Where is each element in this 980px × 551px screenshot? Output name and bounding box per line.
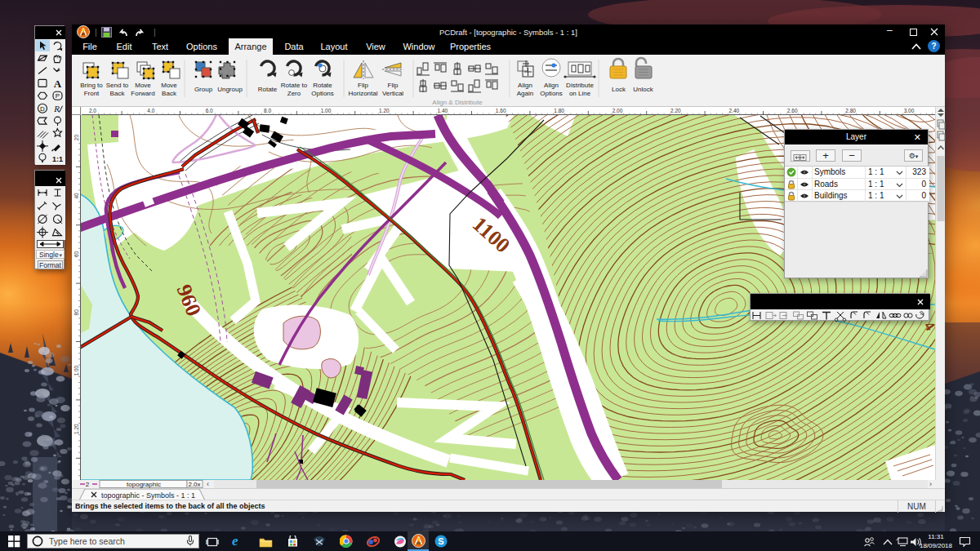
svg-text:A: A (54, 78, 62, 90)
svg-text:D: D (40, 105, 45, 113)
svg-text:1.00: 1.00 (74, 365, 79, 375)
svg-text:2.0x: 2.0x (188, 481, 200, 488)
svg-text:2.60: 2.60 (787, 108, 798, 113)
svg-text:40: 40 (74, 193, 79, 199)
svg-text:20: 20 (74, 135, 79, 141)
svg-text:2.20: 2.20 (670, 108, 681, 113)
svg-text:1.80: 1.80 (554, 108, 564, 113)
svg-text:1.40: 1.40 (437, 108, 448, 113)
svg-text:2.00: 2.00 (612, 108, 623, 113)
svg-text:S: S (438, 536, 443, 546)
svg-text:2.80: 2.80 (845, 108, 856, 113)
svg-text:topographic - Symbols - 1 : 1: topographic - Symbols - 1 : 1 (101, 491, 195, 500)
svg-text:80: 80 (74, 309, 79, 316)
svg-text:2: 2 (86, 481, 90, 488)
svg-text:P: P (56, 92, 60, 100)
svg-text:R: R (53, 104, 60, 113)
svg-text:‹: ‹ (207, 480, 209, 488)
svg-text:2.40: 2.40 (728, 108, 739, 113)
svg-text:8.0: 8.0 (264, 108, 271, 113)
svg-text:1.00: 1.00 (321, 108, 332, 113)
svg-text:›: › (929, 480, 932, 488)
svg-text:1.20: 1.20 (74, 424, 79, 434)
svg-text:topographic: topographic (127, 481, 161, 488)
svg-text:1.20: 1.20 (379, 108, 390, 113)
svg-text:6.0: 6.0 (206, 108, 213, 113)
svg-text:4.0: 4.0 (147, 108, 154, 113)
svg-text:60: 60 (74, 251, 79, 257)
svg-text:1:1: 1:1 (52, 155, 63, 163)
svg-text:1.60: 1.60 (496, 108, 506, 113)
svg-text:3.00: 3.00 (904, 108, 915, 113)
svg-text:2.0: 2.0 (89, 108, 96, 113)
